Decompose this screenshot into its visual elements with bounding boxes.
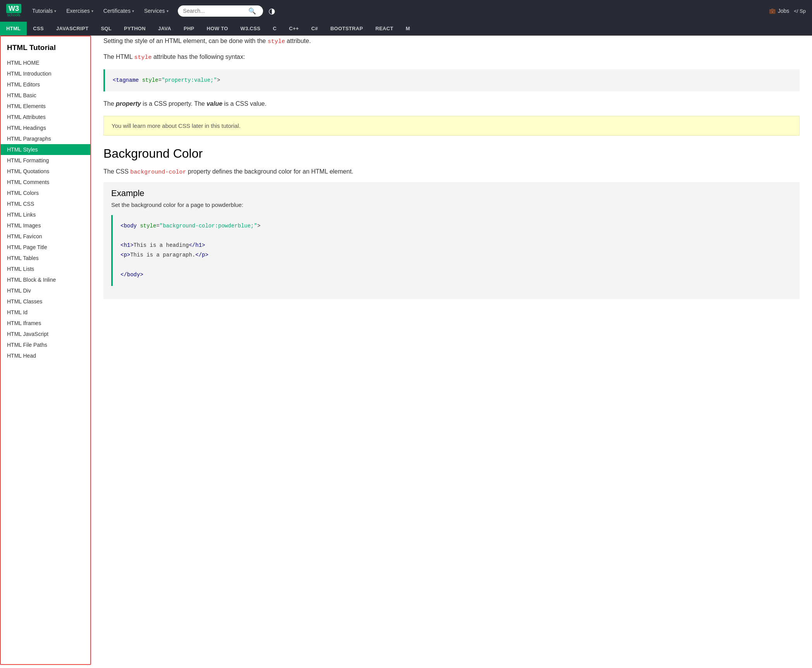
bg-color-code: background-color — [130, 169, 186, 176]
topic-w3css[interactable]: W3.CSS — [234, 22, 267, 35]
sidebar-item-styles[interactable]: HTML Styles — [1, 144, 90, 155]
logo-sub: schools — [6, 13, 21, 17]
topic-css[interactable]: CSS — [27, 22, 50, 35]
page-layout: HTML Tutorial HTML HOME HTML Introductio… — [0, 36, 812, 665]
example-box: Example Set the background color for a p… — [103, 182, 800, 299]
sidebar-item-block-inline[interactable]: HTML Block & Inline — [1, 274, 90, 285]
sidebar-item-page-title[interactable]: HTML Page Title — [1, 242, 90, 253]
nav-right: 💼 Jobs </ Sp — [769, 8, 806, 14]
sidebar-item-home[interactable]: HTML HOME — [1, 57, 90, 68]
sidebar-item-colors[interactable]: HTML Colors — [1, 188, 90, 198]
chevron-down-icon: ▾ — [132, 9, 134, 13]
search-input[interactable] — [183, 8, 245, 14]
sidebar-item-javascript[interactable]: HTML JavaScript — [1, 329, 90, 339]
sidebar-item-introduction[interactable]: HTML Introduction — [1, 68, 90, 79]
logo-text: W3 — [6, 4, 21, 13]
topic-sql[interactable]: SQL — [95, 22, 118, 35]
property-term: property — [116, 100, 141, 107]
top-navigation: W3 schools Tutorials ▾ Exercises ▾ Certi… — [0, 0, 812, 22]
topic-php[interactable]: PHP — [177, 22, 201, 35]
nav-tutorials[interactable]: Tutorials ▾ — [28, 5, 60, 17]
sidebar-item-lists[interactable]: HTML Lists — [1, 263, 90, 274]
sidebar-item-quotations[interactable]: HTML Quotations — [1, 166, 90, 177]
chevron-down-icon: ▾ — [167, 9, 169, 13]
sidebar-item-iframes[interactable]: HTML Iframes — [1, 318, 90, 329]
code-block-1: <tagname style="property:value;"> — [103, 69, 800, 91]
briefcase-icon: 💼 — [769, 8, 776, 14]
sidebar-item-tables[interactable]: HTML Tables — [1, 253, 90, 263]
topic-bar: HTML CSS JAVASCRIPT SQL PYTHON JAVA PHP … — [0, 22, 812, 36]
main-content: Setting the style of an HTML element, ca… — [91, 36, 812, 665]
sidebar: HTML Tutorial HTML HOME HTML Introductio… — [0, 36, 91, 665]
nav-exercises[interactable]: Exercises ▾ — [62, 5, 97, 17]
topic-react[interactable]: REACT — [369, 22, 399, 35]
nav-certificates[interactable]: Certificates ▾ — [100, 5, 138, 17]
sidebar-item-editors[interactable]: HTML Editors — [1, 79, 90, 90]
code-block-2: <body style="background-color:powderblue… — [111, 215, 792, 286]
style-code-inline-2: style — [134, 54, 151, 61]
nav-services[interactable]: Services ▾ — [140, 5, 172, 17]
sidebar-item-paragraphs[interactable]: HTML Paragraphs — [1, 133, 90, 144]
topic-csharp[interactable]: C# — [305, 22, 324, 35]
jobs-button[interactable]: 💼 Jobs — [769, 8, 790, 14]
sidebar-item-div[interactable]: HTML Div — [1, 285, 90, 296]
bg-color-paragraph: The CSS background-color property define… — [103, 166, 800, 177]
topic-cpp[interactable]: C++ — [283, 22, 305, 35]
logo[interactable]: W3 schools — [6, 5, 21, 17]
sidebar-item-links[interactable]: HTML Links — [1, 209, 90, 220]
sidebar-item-head[interactable]: HTML Head — [1, 350, 90, 361]
topic-bootstrap[interactable]: BOOTSTRAP — [324, 22, 369, 35]
contrast-toggle-button[interactable]: ◑ — [268, 6, 275, 15]
topic-javascript[interactable]: JAVASCRIPT — [50, 22, 95, 35]
sidebar-item-css[interactable]: HTML CSS — [1, 198, 90, 209]
sidebar-item-headings[interactable]: HTML Headings — [1, 122, 90, 133]
bg-color-heading: Background Color — [103, 146, 800, 161]
chevron-down-icon: ▾ — [54, 9, 56, 13]
topic-c[interactable]: C — [267, 22, 283, 35]
example-title: Example — [111, 188, 792, 198]
sidebar-item-favicon[interactable]: HTML Favicon — [1, 231, 90, 242]
chevron-down-icon: ▾ — [91, 9, 93, 13]
style-code-inline-1: style — [268, 38, 285, 45]
example-subtitle: Set the background color for a page to p… — [111, 201, 792, 208]
intro-paragraph-2: The HTML style attribute has the followi… — [103, 52, 800, 63]
sidebar-item-images[interactable]: HTML Images — [1, 220, 90, 231]
value-term: value — [206, 100, 222, 107]
search-icon[interactable]: 🔍 — [248, 7, 256, 15]
sidebar-item-classes[interactable]: HTML Classes — [1, 296, 90, 307]
topic-more[interactable]: M — [399, 22, 416, 35]
code-attr-1: style — [142, 77, 158, 83]
note-box: You will learn more about CSS later in t… — [103, 116, 800, 136]
search-box: 🔍 — [178, 5, 263, 17]
property-description: The property is a CSS property. The valu… — [103, 98, 800, 109]
sidebar-item-basic[interactable]: HTML Basic — [1, 90, 90, 101]
sidebar-item-attributes[interactable]: HTML Attributes — [1, 112, 90, 122]
topic-howto[interactable]: HOW TO — [201, 22, 234, 35]
sidebar-item-id[interactable]: HTML Id — [1, 307, 90, 318]
topic-python[interactable]: PYTHON — [118, 22, 152, 35]
sidebar-item-comments[interactable]: HTML Comments — [1, 177, 90, 188]
sidebar-item-elements[interactable]: HTML Elements — [1, 101, 90, 112]
sidebar-item-formatting[interactable]: HTML Formatting — [1, 155, 90, 166]
topic-html[interactable]: HTML — [0, 22, 27, 35]
sidebar-item-file-paths[interactable]: HTML File Paths — [1, 339, 90, 350]
code-tag-1: <tagname — [113, 77, 139, 83]
code-val-1: "property:value;" — [162, 77, 217, 83]
sidebar-title: HTML Tutorial — [1, 40, 90, 57]
topic-java[interactable]: JAVA — [152, 22, 177, 35]
spaces-button[interactable]: </ Sp — [794, 8, 806, 14]
intro-paragraph-1: Setting the style of an HTML element, ca… — [103, 36, 800, 47]
